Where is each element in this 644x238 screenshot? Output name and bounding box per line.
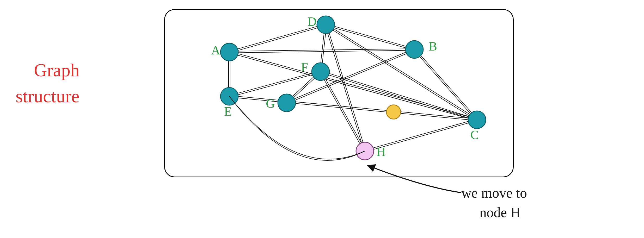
node-b xyxy=(406,41,423,58)
node-d xyxy=(317,16,335,34)
annotation-line-1: we move to xyxy=(461,185,527,201)
node-label-d: D xyxy=(308,14,317,29)
edge-e-h xyxy=(229,96,365,159)
node-label-f: F xyxy=(301,60,308,74)
annotation-arrow xyxy=(367,165,461,193)
node-label-g: G xyxy=(266,96,275,111)
node-label-e: E xyxy=(224,104,232,118)
edge-d-h xyxy=(327,24,366,151)
graph-svg xyxy=(0,0,644,238)
node-a xyxy=(220,43,238,61)
node-g xyxy=(278,94,296,112)
edge-a-d xyxy=(230,26,326,53)
node-label-b: B xyxy=(429,39,437,53)
annotation-line-2: node H xyxy=(480,204,520,221)
edge-b-c xyxy=(415,49,477,119)
graph-edges xyxy=(229,24,477,152)
edge-b-d xyxy=(326,24,415,49)
node-label-c: C xyxy=(470,128,479,142)
node-f xyxy=(312,63,329,80)
edge-c-d xyxy=(326,24,477,119)
graph-nodes xyxy=(220,16,486,160)
current-position-marker xyxy=(387,105,401,119)
edge-b-d xyxy=(326,26,414,50)
edge-e-h xyxy=(229,96,365,160)
node-label-a: A xyxy=(211,43,220,57)
edge-b-g xyxy=(286,49,414,102)
node-c xyxy=(468,111,486,129)
edge-f-h xyxy=(321,71,366,151)
diagram-canvas: Graph structure A B C D E F G H we move … xyxy=(0,0,644,238)
node-label-h: H xyxy=(377,145,386,159)
edge-c-d xyxy=(325,26,476,121)
